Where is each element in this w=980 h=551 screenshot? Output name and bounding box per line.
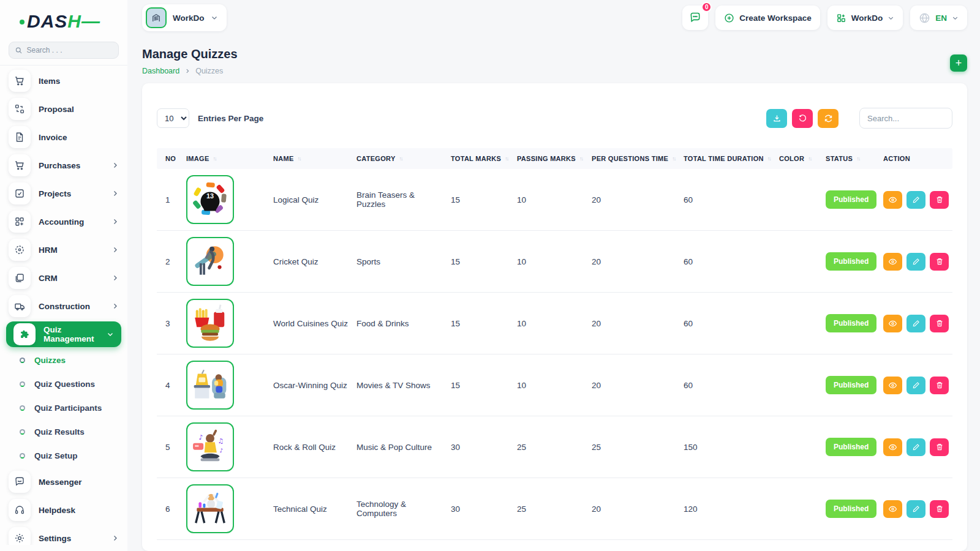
sidebar-subitem-quiz-participants[interactable]: Quiz Participants: [0, 396, 127, 420]
add-quiz-button[interactable]: +: [950, 54, 967, 72]
cell-total-marks: 15: [447, 195, 513, 204]
sort-icon[interactable]: ↑↓: [808, 156, 811, 162]
sidebar-item-settings[interactable]: Settings: [0, 524, 127, 545]
grid-plus-icon: [9, 211, 31, 233]
sidebar-item-label: Quiz Management: [43, 325, 99, 343]
cell-category: Brain Teasers & Puzzles: [353, 190, 447, 209]
sidebar-subitem-quizzes[interactable]: Quizzes: [0, 348, 127, 372]
chat-bubble-icon: [9, 471, 31, 493]
view-button[interactable]: [883, 315, 902, 332]
reset-button[interactable]: [792, 109, 813, 128]
sidebar-subitem-quiz-results[interactable]: Quiz Results: [0, 420, 127, 444]
edit-button[interactable]: [907, 253, 925, 271]
delete-button[interactable]: [930, 500, 949, 518]
plus-circle-icon: [724, 13, 734, 23]
column-passing-marks[interactable]: PASSING MARKS↑↓: [513, 155, 588, 162]
page-title: Manage Quizzes: [142, 47, 238, 61]
sidebar-item-invoice[interactable]: Invoice: [0, 123, 127, 151]
workspace-name: WorkDo: [173, 13, 205, 23]
sidebar-item-construction[interactable]: Construction: [0, 292, 127, 320]
status-badge[interactable]: Published: [826, 190, 876, 209]
edit-button[interactable]: [907, 500, 925, 518]
sidebar-item-helpdesk[interactable]: Helpdesk: [0, 496, 127, 524]
pencil-icon: [912, 319, 921, 328]
eye-icon: [888, 257, 897, 266]
cell-category: Food & Drinks: [353, 319, 447, 328]
view-button[interactable]: [883, 377, 902, 394]
sort-icon[interactable]: ↑↓: [399, 156, 402, 162]
sidebar-item-proposal[interactable]: Proposal: [0, 95, 127, 123]
status-badge[interactable]: Published: [826, 376, 876, 394]
chevron-right-icon: [111, 218, 119, 225]
cell-no: 5: [157, 443, 183, 452]
app-logo[interactable]: DASH—: [0, 0, 127, 39]
sidebar-subitem-quiz-questions[interactable]: Quiz Questions: [0, 372, 127, 396]
table-search-input[interactable]: [859, 108, 952, 129]
sidebar-item-crm[interactable]: CRM: [0, 264, 127, 292]
create-workspace-button[interactable]: Create Workspace: [715, 6, 820, 30]
export-button[interactable]: [766, 109, 787, 128]
delete-button[interactable]: [930, 253, 949, 271]
sidebar-subitem-label: Quiz Questions: [34, 380, 95, 389]
trash-icon: [935, 319, 944, 328]
delete-button[interactable]: [930, 438, 949, 456]
refresh-button[interactable]: [818, 109, 839, 128]
sort-icon[interactable]: ↑↓: [579, 156, 582, 162]
delete-button[interactable]: [930, 377, 949, 394]
cell-category: Music & Pop Culture: [353, 443, 447, 452]
breadcrumb-dashboard[interactable]: Dashboard: [142, 67, 179, 75]
status-badge[interactable]: Published: [826, 500, 876, 518]
column-color[interactable]: COLOR↑↓: [775, 155, 822, 162]
sort-icon[interactable]: ↑↓: [767, 156, 771, 162]
column-status[interactable]: STATUS↑↓: [822, 155, 880, 162]
status-badge[interactable]: Published: [826, 438, 876, 456]
create-workspace-label: Create Workspace: [739, 13, 812, 23]
sort-icon[interactable]: ↑↓: [672, 156, 675, 162]
view-button[interactable]: [883, 500, 902, 518]
sidebar-search[interactable]: [9, 42, 119, 59]
sort-icon[interactable]: ↑↓: [505, 156, 508, 162]
view-button[interactable]: [883, 191, 902, 209]
delete-button[interactable]: [930, 191, 949, 209]
eye-icon: [888, 319, 897, 328]
edit-button[interactable]: [907, 191, 925, 209]
language-selector[interactable]: EN: [910, 6, 967, 30]
trash-icon: [935, 381, 944, 389]
sort-icon[interactable]: ↑↓: [298, 156, 301, 162]
edit-button[interactable]: [907, 315, 925, 332]
workdo-menu-button[interactable]: WorkDo: [827, 6, 903, 30]
messages-button[interactable]: 0: [682, 6, 708, 30]
column-image[interactable]: IMAGE↑↓: [183, 155, 270, 162]
status-badge[interactable]: Published: [826, 314, 876, 332]
column-category[interactable]: CATEGORY↑↓: [353, 155, 447, 162]
column-name[interactable]: NAME↑↓: [270, 155, 353, 162]
sort-icon[interactable]: ↑↓: [213, 156, 216, 162]
edit-button[interactable]: [907, 377, 925, 394]
edit-button[interactable]: [907, 438, 925, 456]
sort-icon[interactable]: ↑↓: [856, 156, 859, 162]
sidebar-item-hrm[interactable]: HRM: [0, 236, 127, 264]
sidebar-item-items[interactable]: Items: [0, 67, 127, 95]
workspace-selector[interactable]: WorkDo: [142, 4, 227, 31]
sidebar-subitem-label: Quiz Participants: [34, 403, 102, 413]
sidebar-item-quiz-management[interactable]: Quiz Management: [6, 321, 121, 347]
column-per-questions-time[interactable]: PER QUESTIONS TIME↑↓: [588, 155, 680, 162]
chat-icon: [689, 12, 701, 24]
cell-category: Movies & TV Shows: [353, 381, 447, 390]
delete-button[interactable]: [930, 315, 949, 332]
sidebar-item-messenger[interactable]: Messenger: [0, 468, 127, 496]
sidebar-item-label: Helpdesk: [39, 506, 119, 515]
status-badge[interactable]: Published: [826, 252, 876, 271]
cell-duration: 60: [680, 381, 775, 390]
sidebar-subitem-quiz-setup[interactable]: Quiz Setup: [0, 444, 127, 468]
header-actions: 0 Create Workspace WorkDo EN: [682, 6, 967, 30]
sidebar-search-input[interactable]: [26, 46, 112, 54]
view-button[interactable]: [883, 253, 902, 271]
sidebar-item-projects[interactable]: Projects: [0, 179, 127, 208]
sidebar-item-purchases[interactable]: Purchases: [0, 151, 127, 179]
entries-select[interactable]: 10: [157, 108, 189, 128]
column-total-time-duration[interactable]: TOTAL TIME DURATION↑↓: [680, 155, 775, 162]
view-button[interactable]: [883, 438, 902, 456]
column-total-marks[interactable]: TOTAL MARKS↑↓: [447, 155, 513, 162]
sidebar-item-accounting[interactable]: Accounting: [0, 208, 127, 236]
